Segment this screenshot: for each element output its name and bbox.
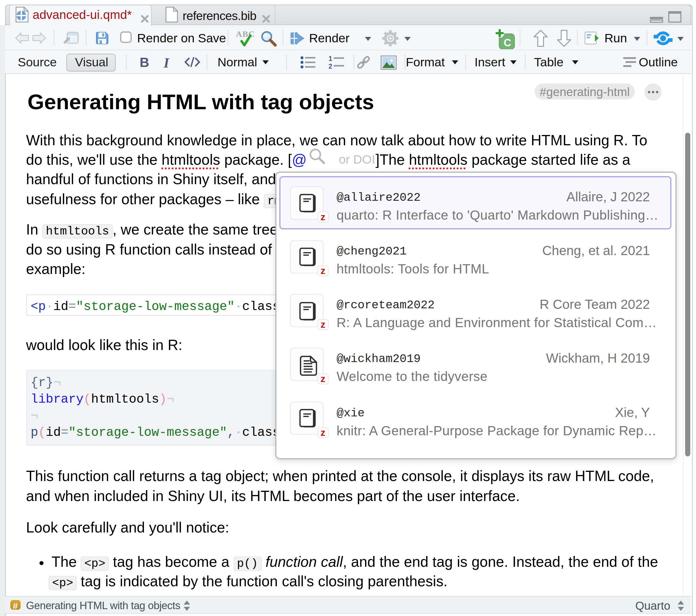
svg-text:ABC: ABC [236, 30, 255, 38]
svg-text:1: 1 [329, 55, 332, 62]
svg-text:C: C [504, 37, 511, 49]
svg-text:2: 2 [329, 63, 332, 69]
